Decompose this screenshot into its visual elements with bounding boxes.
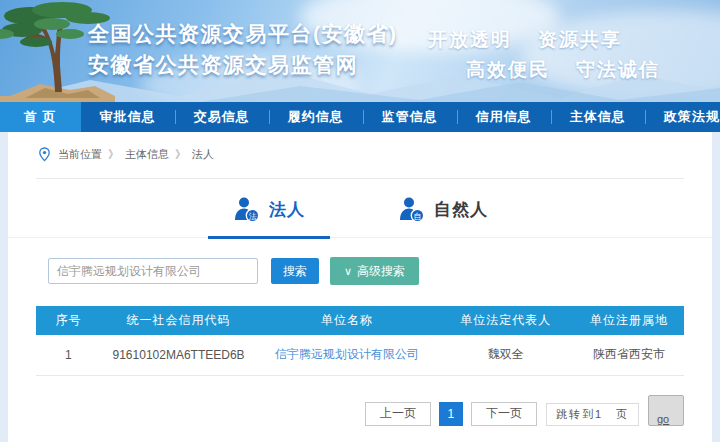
results-table-body: 1 91610102MA6TTEED6B 信宇腾远规划设计有限公司 魏双全 陕西… — [36, 335, 684, 375]
col-header-region: 单位注册属地 — [574, 306, 684, 335]
breadcrumb-prefix: 当前位置 — [58, 147, 102, 162]
current-page-indicator[interactable]: 1 — [439, 402, 463, 426]
breadcrumb-level1[interactable]: 主体信息 — [125, 147, 169, 162]
site-slogans: 开放透明资源共享 高效便民守法诚信 — [428, 24, 660, 84]
breadcrumb-level2[interactable]: 法人 — [192, 147, 214, 162]
cell-legal-rep: 魏双全 — [438, 335, 574, 375]
advanced-search-button[interactable]: ∨ 高级搜索 — [330, 257, 419, 285]
col-header-company-name: 单位名称 — [256, 306, 437, 335]
tab-natural-person-label: 自然人 — [434, 198, 488, 221]
site-title-line2: 安徽省公共资源交易监管网 — [88, 49, 398, 80]
page-jump-box[interactable]: 跳转到1 页 — [546, 403, 639, 426]
nav-item-policy[interactable]: 政策法规 — [645, 102, 720, 132]
legal-person-icon: 法 — [232, 195, 260, 223]
go-button[interactable]: go — [648, 395, 684, 426]
col-header-legal-rep: 单位法定代表人 — [438, 306, 574, 335]
content-card: 当前位置 》 主体信息 》 法人 法 法人 自 自然人 — [8, 132, 712, 442]
results-table-head: 序号 统一社会信用代码 单位名称 单位法定代表人 单位注册属地 — [36, 306, 684, 335]
tab-natural-person[interactable]: 自 自然人 — [397, 195, 488, 237]
breadcrumb: 当前位置 》 主体信息 》 法人 — [8, 132, 712, 174]
results-table: 序号 统一社会信用代码 单位名称 单位法定代表人 单位注册属地 1 916101… — [36, 306, 684, 376]
nav-item-performance-info[interactable]: 履约信息 — [269, 102, 363, 132]
company-name-link[interactable]: 信宇腾远规划设计有限公司 — [275, 347, 419, 361]
advanced-search-label: 高级搜索 — [357, 263, 405, 280]
nav-item-subject-info[interactable]: 主体信息 — [551, 102, 645, 132]
site-header: 全国公共资源交易平台(安徽省) 安徽省公共资源交易监管网 开放透明资源共享 高效… — [0, 0, 720, 102]
nav-item-home[interactable]: 首 页 — [0, 102, 81, 132]
site-title-line1: 全国公共资源交易平台(安徽省) — [88, 18, 398, 49]
next-page-button[interactable]: 下一页 — [471, 402, 537, 426]
pagination: 上一页 1 下一页 跳转到1 页 go — [36, 395, 684, 426]
chevron-down-icon: ∨ — [344, 266, 352, 277]
search-row: 搜索 ∨ 高级搜索 — [48, 257, 712, 285]
main-nav: 首 页 审批信息 交易信息 履约信息 监管信息 信用信息 主体信息 政策法规 互… — [0, 102, 720, 132]
svg-text:自: 自 — [414, 212, 422, 221]
cell-region: 陕西省西安市 — [574, 335, 684, 375]
col-header-credit-code: 统一社会信用代码 — [101, 306, 257, 335]
col-header-index: 序号 — [36, 306, 101, 335]
natural-person-icon: 自 — [397, 195, 425, 223]
nav-item-supervision-info[interactable]: 监管信息 — [363, 102, 457, 132]
location-pin-icon — [38, 147, 51, 162]
search-button[interactable]: 搜索 — [271, 258, 319, 284]
nav-item-credit-info[interactable]: 信用信息 — [457, 102, 551, 132]
tab-legal-person[interactable]: 法 法人 — [232, 195, 305, 237]
table-header-row: 序号 统一社会信用代码 单位名称 单位法定代表人 单位注册属地 — [36, 306, 684, 335]
entity-type-tabs: 法 法人 自 自然人 — [8, 179, 712, 238]
nav-item-trade-info[interactable]: 交易信息 — [175, 102, 269, 132]
cell-index: 1 — [36, 335, 101, 375]
breadcrumb-separator: 》 — [175, 147, 186, 162]
company-search-input[interactable] — [48, 258, 258, 284]
cell-credit-code: 91610102MA6TTEED6B — [101, 335, 257, 375]
slogan-line1: 开放透明资源共享 — [428, 24, 660, 54]
svg-text:法: 法 — [249, 212, 257, 221]
prev-page-button[interactable]: 上一页 — [365, 402, 431, 426]
nav-item-approval-info[interactable]: 审批信息 — [81, 102, 175, 132]
breadcrumb-separator: 》 — [108, 147, 119, 162]
slogan-line2: 高效便民守法诚信 — [466, 54, 660, 84]
site-title-block: 全国公共资源交易平台(安徽省) 安徽省公共资源交易监管网 — [88, 18, 398, 80]
table-row: 1 91610102MA6TTEED6B 信宇腾远规划设计有限公司 魏双全 陕西… — [36, 335, 684, 375]
tab-legal-person-label: 法人 — [269, 198, 305, 221]
go-button-label: go — [657, 413, 669, 425]
